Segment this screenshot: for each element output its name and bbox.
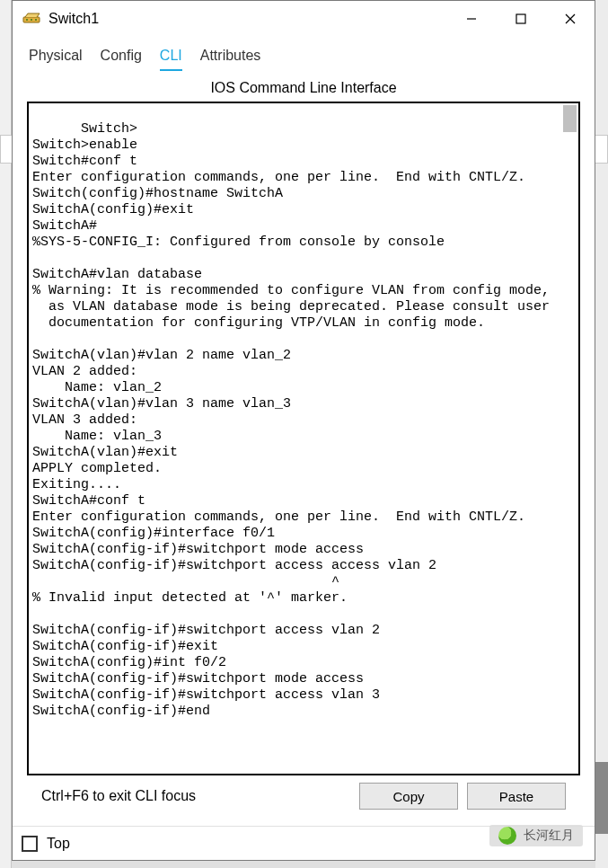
window-control-buttons (446, 1, 595, 37)
tab-config[interactable]: Config (101, 48, 142, 71)
window-title: Switch1 (48, 11, 99, 27)
cli-area: Switch> Switch>enable Switch#conf t Ente… (27, 102, 580, 826)
cli-header: IOS Command Line Interface (13, 71, 595, 102)
cli-footer: Ctrl+F6 to exit CLI focus Copy Paste (27, 775, 580, 826)
background-window-left (0, 0, 12, 868)
watermark-text: 长河红月 (524, 828, 574, 844)
cli-terminal[interactable]: Switch> Switch>enable Switch#conf t Ente… (27, 102, 580, 775)
tab-cli[interactable]: CLI (160, 48, 182, 71)
svg-point-3 (35, 19, 37, 21)
minimize-button[interactable] (446, 1, 496, 37)
cli-scrollbar[interactable] (563, 105, 577, 132)
paste-button[interactable]: Paste (467, 783, 566, 810)
svg-point-2 (31, 19, 32, 21)
switch-icon (22, 9, 41, 29)
maximize-button[interactable] (496, 1, 545, 37)
watermark: 长河红月 (489, 825, 583, 846)
background-window-right (595, 0, 608, 868)
tab-physical[interactable]: Physical (29, 48, 83, 71)
top-label: Top (47, 836, 70, 852)
svg-rect-5 (516, 14, 525, 23)
close-button[interactable] (545, 1, 595, 37)
top-checkbox[interactable] (22, 836, 38, 852)
cli-focus-hint: Ctrl+F6 to exit CLI focus (41, 788, 350, 804)
svg-point-1 (26, 19, 28, 21)
titlebar[interactable]: Switch1 (13, 1, 595, 37)
tab-bar: Physical Config CLI Attributes (13, 37, 595, 71)
cli-output: Switch> Switch>enable Switch#conf t Ente… (32, 121, 550, 719)
tab-attributes[interactable]: Attributes (200, 48, 261, 71)
copy-button[interactable]: Copy (359, 783, 458, 810)
wechat-icon (498, 827, 516, 845)
device-window: Switch1 Physical Config CLI Attributes I… (12, 0, 595, 861)
